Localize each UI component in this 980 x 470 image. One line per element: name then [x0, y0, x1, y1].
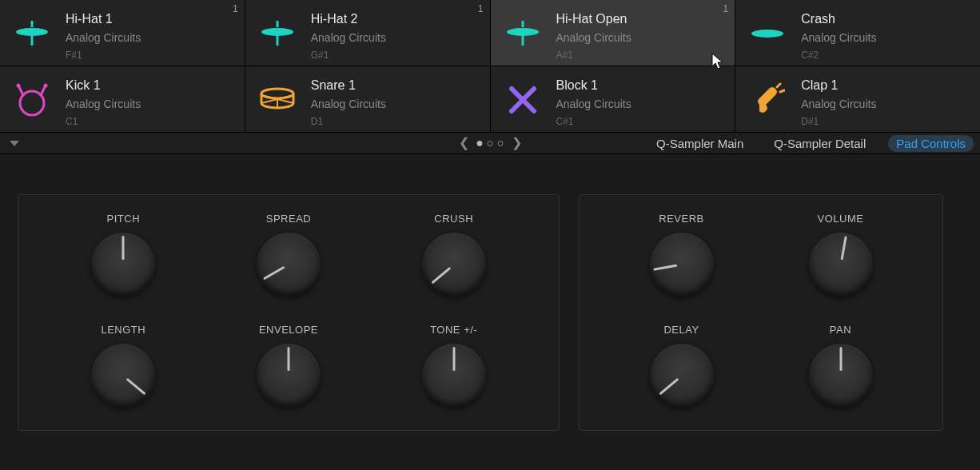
pad-text: Hi-Hat 2 Analog Circuits G#1 — [311, 10, 482, 61]
tab-pad-controls[interactable]: Pad Controls — [888, 135, 974, 152]
pager-dot[interactable] — [488, 141, 493, 146]
pad-subtitle: Analog Circuits — [556, 97, 727, 111]
knob-label: DELAY — [663, 324, 699, 336]
knob-cell: PAN — [761, 324, 920, 408]
pad-note: C1 — [66, 116, 237, 127]
pad-name: Block 1 — [556, 78, 727, 94]
knob-pan[interactable] — [809, 344, 873, 408]
control-panels: PITCH SPREAD CRUSH LENGTH ENVELOPE TONE … — [0, 154, 980, 431]
knob-delay[interactable] — [650, 344, 714, 408]
pad-note: F#1 — [66, 50, 237, 61]
pad-group-badge: 1 — [233, 3, 238, 14]
hihat-icon — [10, 11, 54, 56]
kick-icon — [10, 78, 54, 122]
pad-note: D1 — [311, 116, 482, 127]
tab-q-sampler-detail[interactable]: Q-Sampler Detail — [766, 135, 874, 152]
knob-label: VOLUME — [818, 213, 864, 225]
pager-next-button[interactable]: ❯ — [512, 137, 522, 149]
pad-name: Hi-Hat 2 — [311, 11, 482, 27]
svg-point-3 — [261, 28, 293, 36]
pager: ❮ ❯ — [459, 137, 522, 149]
svg-line-22 — [780, 90, 784, 92]
knob-tone-[interactable] — [422, 344, 486, 408]
pad-snare-1[interactable]: Snare 1 Analog Circuits D1 — [245, 66, 490, 132]
svg-rect-4 — [276, 21, 278, 27]
mix-panel: REVERB VOLUME DELAY PAN — [579, 194, 943, 431]
pad-text: Hi-Hat 1 Analog Circuits F#1 — [66, 10, 237, 61]
pad-text: Hi-Hat Open Analog Circuits A#1 — [556, 10, 727, 61]
knob-cell: LENGTH — [41, 324, 206, 408]
pad-hi-hat-open[interactable]: Hi-Hat Open Analog Circuits A#1 1 — [491, 0, 735, 66]
svg-point-6 — [507, 28, 539, 36]
pad-crash[interactable]: Crash Analog Circuits C#2 — [735, 0, 980, 66]
pad-name: Snare 1 — [311, 78, 482, 94]
pad-name: Hi-Hat Open — [556, 11, 727, 27]
pager-dot[interactable] — [477, 141, 483, 146]
pager-dot[interactable] — [498, 141, 504, 146]
knob-pitch[interactable] — [91, 233, 155, 297]
pad-block-1[interactable]: Block 1 Analog Circuits C#1 — [491, 66, 735, 132]
knob-label: PITCH — [107, 213, 141, 225]
svg-rect-8 — [521, 36, 524, 46]
pad-text: Snare 1 Analog Circuits D1 — [311, 76, 482, 127]
pad-name: Kick 1 — [66, 78, 237, 94]
knob-label: TONE +/- — [430, 324, 477, 336]
pad-subtitle: Analog Circuits — [311, 30, 482, 45]
pad-subtitle: Analog Circuits — [801, 97, 972, 111]
knob-crush[interactable] — [422, 233, 486, 297]
pad-grid: Hi-Hat 1 Analog Circuits F#1 1 Hi-Hat 2 … — [0, 0, 980, 132]
tab-strip: ❮ ❯ Q-Sampler MainQ-Sampler DetailPad Co… — [0, 132, 980, 154]
pad-subtitle: Analog Circuits — [66, 97, 237, 111]
knob-cell: PITCH — [41, 213, 206, 297]
knob-spread[interactable] — [257, 233, 321, 297]
pad-name: Hi-Hat 1 — [66, 11, 237, 27]
cymbal-icon — [745, 11, 790, 56]
hihat-icon — [255, 11, 300, 56]
pad-text: Clap 1 Analog Circuits D#1 — [801, 76, 972, 127]
tab-q-sampler-main[interactable]: Q-Sampler Main — [648, 135, 751, 152]
pad-clap-1[interactable]: Clap 1 Analog Circuits D#1 — [735, 66, 980, 132]
pad-note: D#1 — [801, 116, 972, 127]
pad-hi-hat-2[interactable]: Hi-Hat 2 Analog Circuits G#1 1 — [245, 0, 490, 66]
knob-length[interactable] — [91, 344, 155, 408]
pad-note: A#1 — [556, 50, 727, 61]
knob-label: CRUSH — [434, 213, 473, 225]
pad-kick-1[interactable]: Kick 1 Analog Circuits C1 — [0, 66, 245, 132]
knob-cell: REVERB — [602, 213, 761, 297]
knob-volume[interactable] — [809, 233, 873, 297]
snare-icon — [255, 78, 300, 122]
hihat-icon — [500, 11, 545, 56]
pad-name: Clap 1 — [801, 78, 972, 94]
pad-hi-hat-1[interactable]: Hi-Hat 1 Analog Circuits F#1 1 — [0, 0, 245, 66]
knob-label: REVERB — [659, 213, 703, 225]
pad-note: G#1 — [311, 50, 482, 61]
svg-point-0 — [16, 28, 48, 36]
knob-label: SPREAD — [266, 213, 311, 225]
pad-text: Crash Analog Circuits C#2 — [801, 10, 972, 61]
pad-note: C#2 — [801, 50, 972, 61]
pad-text: Block 1 Analog Circuits C#1 — [556, 76, 727, 127]
disclosure-triangle-icon[interactable] — [10, 141, 19, 146]
svg-rect-7 — [521, 21, 524, 27]
knob-envelope[interactable] — [257, 344, 321, 408]
knob-reverb[interactable] — [650, 233, 714, 297]
svg-point-13 — [17, 84, 21, 88]
svg-rect-2 — [31, 36, 34, 46]
sound-shaping-panel: PITCH SPREAD CRUSH LENGTH ENVELOPE TONE … — [18, 194, 560, 431]
pad-subtitle: Analog Circuits — [311, 97, 482, 111]
svg-point-9 — [751, 30, 783, 38]
svg-rect-1 — [31, 21, 34, 27]
pad-subtitle: Analog Circuits — [66, 30, 237, 45]
svg-line-21 — [777, 84, 780, 87]
pad-group-badge: 1 — [478, 3, 484, 14]
clap-icon — [745, 78, 790, 122]
knob-cell: VOLUME — [761, 213, 920, 297]
knob-label: PAN — [830, 324, 851, 336]
pager-prev-button[interactable]: ❮ — [459, 137, 469, 149]
pad-subtitle: Analog Circuits — [801, 30, 972, 45]
knob-label: LENGTH — [101, 324, 145, 336]
knob-cell: DELAY — [602, 324, 761, 408]
knob-cell: SPREAD — [206, 213, 372, 297]
pad-note: C#1 — [556, 116, 727, 127]
knob-cell: ENVELOPE — [206, 324, 372, 408]
